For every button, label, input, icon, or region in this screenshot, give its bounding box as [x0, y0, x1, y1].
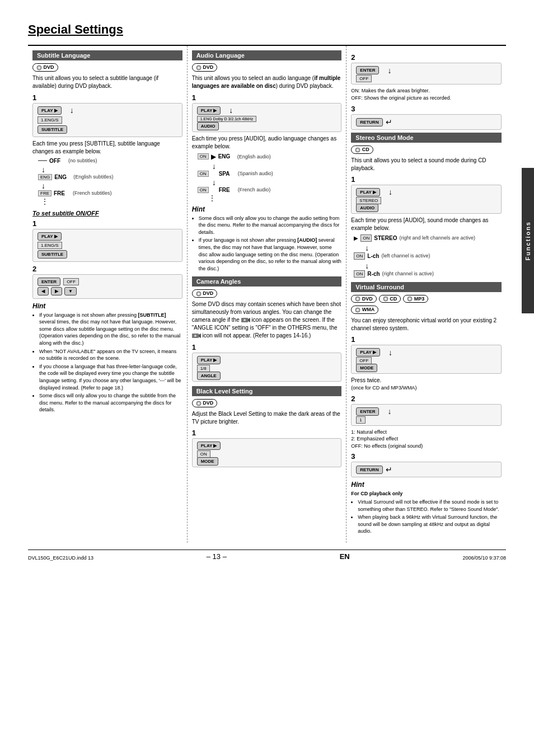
subtitle-badge-row: DVD	[32, 63, 182, 72]
play-btn-stereo: PLAY ▶	[356, 188, 380, 196]
vs-step1-diagram: PLAY ▶ ↓ OFF MODE	[351, 345, 502, 374]
page-container: Special Settings Subtitle Language DVD T…	[0, 0, 534, 756]
subtitle-language-header: Subtitle Language	[32, 50, 182, 60]
svg-point-1	[39, 67, 40, 68]
subtitle-intro: This unit allows you to select a subtitl…	[32, 74, 182, 90]
svg-point-15	[357, 149, 359, 151]
stereo-badge-row: CD	[351, 145, 502, 154]
virtual-surround-header: Virtual Surround	[351, 282, 502, 292]
stereo-sound-list: ▶ ON STEREO (right and left channels are…	[354, 234, 502, 278]
wma-badge-vs: WMA	[351, 306, 378, 314]
onoff-step1-diagram: PLAY ▶ 1.ENG/S SUBTITLE	[32, 229, 182, 262]
play-btn-camera: PLAY ▶	[197, 356, 221, 364]
audio-step1-diagram: PLAY ▶ ↓ 1.ENG Dolby D 3/2.1ch 48kHz AUD…	[192, 103, 342, 132]
play-btn-black: PLAY ▶	[197, 442, 221, 450]
vs-step2-display: 1	[356, 416, 365, 424]
sound-stereo: ▶ ON STEREO (right and left channels are…	[354, 234, 502, 242]
hint-title-subtitle: Hint	[32, 302, 182, 310]
black-body: Adjust the Black Level Setting to make t…	[192, 410, 342, 426]
black-step2-display: OFF	[356, 75, 372, 82]
svg-point-3	[198, 67, 199, 68]
black-badge-row: DVD	[192, 399, 342, 407]
lang-item-eng: ENG ENG (English subtitles)	[38, 174, 182, 180]
audio-badge-row: DVD	[192, 63, 342, 72]
svg-marker-7	[248, 318, 250, 322]
lang-item-off: OFF (no subtitles)	[38, 158, 182, 164]
audio-language-header: Audio Language	[192, 50, 342, 60]
subtitle-hint: Hint If your language is not shown after…	[32, 302, 182, 414]
audio-eng: ON ▶ ENG (English audio)	[198, 153, 342, 161]
subtitle-display: 1.ENG/S	[38, 116, 62, 124]
return-btn-vs: RETURN	[356, 466, 382, 474]
onoff-step1-label: 1	[32, 219, 182, 228]
stereo-step1-label: 1	[351, 175, 502, 184]
wma-badge-row: WMA	[351, 306, 502, 314]
svg-point-17	[357, 298, 359, 300]
stereo-display: STEREO	[356, 197, 381, 204]
camera-step1-label: 1	[192, 343, 342, 351]
onoff-step2-label: 2	[32, 265, 182, 273]
svg-point-23	[357, 309, 359, 311]
cd-badge-stereo: CD	[351, 145, 373, 154]
mode-btn-vs: MODE	[356, 364, 377, 372]
step1-diagram-subtitle: PLAY ▶ ↓ 1.ENG/S SUBTITLE	[32, 103, 182, 137]
black-off-text: OFF: Shows the original picture as recor…	[351, 95, 502, 102]
col-left: Subtitle Language DVD This unit allows y…	[28, 46, 188, 543]
subtitle-btn-onoff: SUBTITLE	[38, 250, 67, 259]
dvd-badge-subtitle: DVD	[32, 63, 58, 72]
black-on-text: ON: Makes the dark areas brighter.	[351, 87, 502, 95]
arrow-eng-fre: ↓	[41, 181, 182, 190]
subtitle-onoff-title: To set subtitle ON/OFF	[32, 210, 182, 217]
camera-angles-header: Camera Angles	[192, 276, 342, 287]
camera-badge-row: DVD	[192, 289, 342, 298]
play-btn-vs: PLAY ▶	[356, 348, 380, 356]
subtitle-press-text: Each time you press [SUBTITLE], subtitle…	[32, 140, 182, 156]
mode-btn-black: MODE	[197, 457, 218, 466]
black-step3-diagram: RETURN ↵	[351, 114, 502, 130]
cd-badge-vs: CD	[379, 295, 401, 303]
virtual-badge-row: DVD CD MP3	[351, 295, 502, 303]
audio-fre: ON FRE (French audio)	[198, 187, 342, 193]
dvd-badge-camera: DVD	[192, 289, 218, 298]
vs-step2-diagram: ENTER ↓ 1	[351, 404, 502, 426]
vs-hint: Hint For CD playback only Virtual Surrou…	[351, 481, 502, 535]
functions-label: Functions	[524, 221, 531, 261]
subtitle-lang-list: OFF (no subtitles) ↓ ENG ENG (English su…	[38, 158, 182, 205]
dvd-badge-audio: DVD	[192, 63, 218, 72]
vs-hint-text: For CD playback only Virtual Surround wi…	[351, 490, 502, 535]
svg-point-5	[198, 293, 199, 295]
nav-left: ◀	[38, 287, 49, 295]
audio-spa: ON SPA (Spanish audio)	[198, 171, 342, 177]
subtitle-btn: SUBTITLE	[38, 125, 67, 134]
file-info: DVL150G_E6C21UD.indd 13	[28, 555, 93, 561]
nav-down: ▼	[64, 287, 77, 295]
enter-btn-onoff: ENTER	[38, 278, 60, 286]
audio-step1-label: 1	[192, 93, 342, 102]
vs-hint-title: Hint	[351, 481, 502, 489]
vs-effect2: 2: Emphasized effect	[351, 435, 502, 443]
svg-point-13	[198, 402, 199, 404]
vs-step2-label: 2	[351, 395, 502, 403]
play-btn-audio: PLAY ▶	[197, 106, 221, 115]
audio-btn: AUDIO	[197, 122, 219, 130]
hint-text-subtitle: If your language is not shown after pres…	[32, 312, 182, 414]
camera-step1-diagram: PLAY ▶ 1/8 ANGLE	[192, 353, 342, 382]
black-level-header: Black Level Setting	[192, 386, 342, 396]
date-info: 2006/05/10 9:37:08	[462, 555, 506, 561]
functions-sidebar: Functions	[522, 168, 534, 313]
dvd-badge-vs: DVD	[351, 295, 377, 303]
vs-step3-label: 3	[351, 452, 502, 461]
page-number: – 13 –	[207, 552, 227, 561]
mp3-badge-vs: MP3	[403, 295, 428, 303]
black-step2-diagram: ENTER ↓ OFF	[351, 63, 502, 84]
audio-press-text: Each time you press [AUDIO], audio langu…	[192, 135, 342, 151]
audio-hint: Hint Some discs will only allow you to c…	[192, 205, 342, 273]
stereo-press-text: Each time you press [AUDIO], sound mode …	[351, 217, 502, 232]
col-mid: Audio Language DVD This unit allows you …	[188, 46, 347, 543]
svg-marker-10	[199, 334, 201, 338]
lang-item-fre: FRE FRE (French subtitles)	[38, 190, 182, 196]
step1-label-subtitle: 1	[32, 93, 182, 102]
arrow-off-eng: ↓	[41, 165, 182, 174]
onoff-step2-diagram: ENTER OFF ◀ ▶ ▼	[32, 274, 182, 299]
audio-lang-list: ON ▶ ENG (English audio) ↓ ON SPA (Spani…	[198, 153, 342, 202]
